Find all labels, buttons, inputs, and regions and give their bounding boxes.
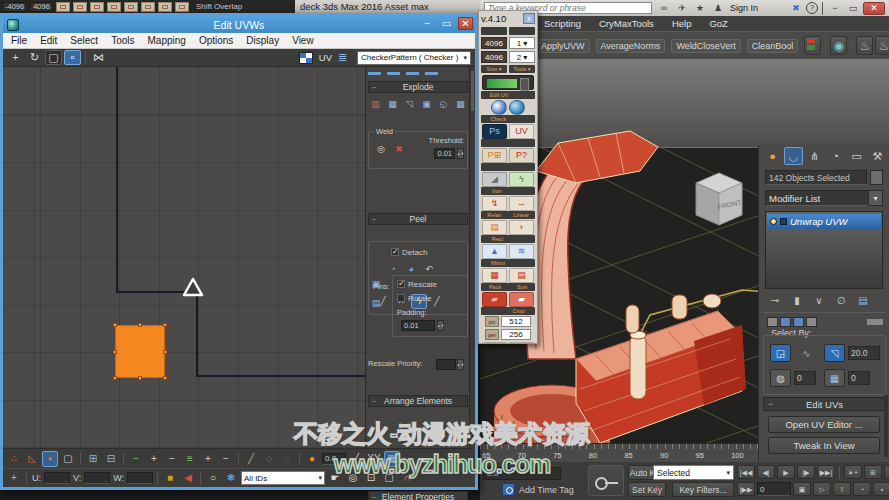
mirror-tree-icon[interactable]: ▲ [482, 244, 507, 259]
modifier-list-dropdown[interactable]: Modifier List [765, 190, 869, 206]
next-key-icon[interactable]: |▶ [797, 465, 815, 479]
v-field[interactable] [84, 472, 110, 484]
utilities-tab-icon[interactable]: ⚒ [868, 147, 887, 165]
modifier-enable-bulb-icon[interactable] [770, 218, 777, 225]
element-mode-icon[interactable]: ▢ [60, 451, 76, 467]
minimize-window-icon[interactable]: − [827, 1, 843, 16]
create-key-icon[interactable]: ∗+ [844, 465, 862, 479]
peel-rollout[interactable]: −Peel [368, 213, 468, 225]
keyboard-shortcut-icon[interactable]: ▣ [793, 482, 811, 496]
xy-space-icon[interactable]: XY [366, 451, 382, 467]
grow-uv-selection-icon[interactable]: ⊞ [85, 451, 101, 467]
main-menu-goz[interactable]: GoZ [709, 18, 727, 29]
preview-button[interactable] [767, 317, 778, 327]
scale-tool-icon[interactable]: ▢ [45, 50, 62, 65]
go-to-end-icon[interactable]: ▶▶| [817, 465, 835, 479]
snaps-toggle-icon[interactable]: ⊞ [864, 465, 882, 479]
uv-offset-pos-field[interactable]: 4096 [30, 2, 53, 12]
selection-set-dropdown[interactable]: Selected▾ [653, 465, 734, 480]
motion-tab-icon[interactable]: ◔ [826, 147, 845, 165]
mirror-tool-icon[interactable]: ⋈ [90, 50, 107, 65]
state-sets-icon[interactable]: ◉ [830, 36, 847, 55]
all-ids-dropdown[interactable]: All IDs▾ [241, 471, 325, 485]
linear-align-icon[interactable]: ↔ [509, 196, 534, 211]
texel-size-field[interactable]: 256 [501, 329, 531, 340]
modifier-list-arrow[interactable]: ▾ [868, 190, 883, 206]
macro-button[interactable] [158, 2, 172, 12]
checker-dice-icon[interactable]: ⚅ [509, 342, 534, 345]
textools-icon[interactable] [804, 36, 821, 55]
checker-sphere-icon[interactable] [491, 100, 507, 115]
paint-brush-size-icon[interactable]: ◌ [261, 451, 277, 467]
straighten-icon[interactable]: ≋ [509, 244, 534, 259]
rollup-tabs[interactable] [368, 69, 468, 78]
bulb-icon[interactable]: ○ [205, 470, 221, 486]
palette-close-icon[interactable]: x [523, 13, 535, 24]
key-curve-icon[interactable]: ∿ [654, 483, 668, 497]
modify-tab-icon[interactable]: ◡ [784, 147, 803, 165]
zoom-extents-icon[interactable]: ▢ [381, 470, 397, 486]
pack-stamp-icon[interactable]: ▦ [482, 268, 507, 283]
rotate-checkbox[interactable]: Rotate [397, 294, 432, 303]
apply-uvw-button[interactable]: ApplyUVW [536, 39, 590, 53]
uv-menu-view[interactable]: View [292, 35, 314, 46]
stitch-dragon-icon[interactable]: ϟ [509, 172, 534, 187]
paint-falloff-icon[interactable]: ◌ [279, 451, 295, 467]
next-frame-icon[interactable]: |▶▶ [737, 482, 755, 496]
preview-button[interactable] [806, 317, 817, 327]
close-icon[interactable]: ✕ [458, 17, 473, 30]
go-to-start-icon[interactable]: |◀◀ [737, 465, 755, 479]
macro-button[interactable] [141, 2, 155, 12]
uv-offset-neg-field[interactable]: -4096 [2, 2, 27, 12]
uv-menu-display[interactable]: Display [246, 35, 279, 46]
uv-menu-select[interactable]: Select [70, 35, 98, 46]
uv-menu-options[interactable]: Options [199, 35, 233, 46]
edge-ring-icon[interactable]: ≡ [182, 451, 198, 467]
rescale-checkbox[interactable]: Rescale [397, 280, 437, 289]
palette-chip[interactable] [481, 27, 507, 35]
macro-button[interactable] [90, 2, 104, 12]
main-menu-help[interactable]: Help [672, 18, 692, 29]
move-tool-icon[interactable]: + [7, 50, 24, 65]
uv-channel-label[interactable]: UV [319, 52, 332, 63]
macro-button[interactable] [124, 2, 138, 12]
coordinate-field[interactable]: 0.0 [483, 467, 561, 480]
time-configuration-icon[interactable]: ◔ [853, 482, 871, 496]
maximize-icon[interactable]: ▭ [439, 17, 454, 30]
selection-set-button[interactable] [870, 170, 883, 185]
uv-menu-tools[interactable]: Tools [111, 35, 134, 46]
checker-preview-button[interactable] [482, 75, 534, 90]
macro-button[interactable] [175, 2, 189, 12]
mute-horn-icon[interactable]: ◀ [180, 470, 196, 486]
edge-mode-icon[interactable]: ◺ [24, 451, 40, 467]
explode-elements-icon[interactable]: ▣ [419, 97, 434, 112]
uv-menu-file[interactable]: File [11, 35, 27, 46]
absolute-mode-icon[interactable]: + [6, 470, 22, 486]
shrink-loop-icon[interactable]: − [164, 451, 180, 467]
side-panel-scrollbar[interactable] [469, 67, 475, 448]
rectify-icon[interactable]: ▤ [482, 220, 507, 235]
main-menu-crymaxtools[interactable]: CryMaxTools [599, 18, 654, 29]
mirror-warning-icon[interactable]: ‼ [833, 482, 851, 496]
edge-loop-icon[interactable]: − [128, 451, 144, 467]
zoom-region-icon[interactable]: ⊡ [363, 470, 379, 486]
crop-quads-icon[interactable]: ▰ [509, 292, 534, 307]
paint-select-icon[interactable]: ╱ [243, 451, 259, 467]
lock-selection-icon[interactable]: ■ [162, 470, 178, 486]
close-window-icon[interactable]: ✕ [863, 2, 885, 15]
explode-smoothing-icon[interactable]: ◵ [436, 97, 451, 112]
weld-selected-icon[interactable]: ✖ [391, 142, 407, 157]
uv-3d-icon[interactable]: UV [509, 124, 534, 139]
w-field[interactable] [127, 472, 153, 484]
current-frame-field[interactable]: 0 [757, 482, 791, 496]
macro-button[interactable] [56, 2, 70, 12]
edge-distance-icon[interactable]: ▦ [384, 451, 400, 467]
angle-snap-icon[interactable]: ◉ [884, 465, 889, 479]
texel-size-field[interactable]: 512 [501, 316, 531, 327]
channel-dropdown[interactable]: 2 ▾ [509, 51, 535, 63]
grow-loop-icon[interactable]: + [146, 451, 162, 467]
show-end-result-icon[interactable]: ▮ [787, 293, 807, 308]
make-unique-icon[interactable]: ∨ [809, 293, 829, 308]
panel-scrollbar[interactable] [884, 395, 888, 457]
add-time-tag[interactable]: Add Time Tag [502, 483, 574, 496]
